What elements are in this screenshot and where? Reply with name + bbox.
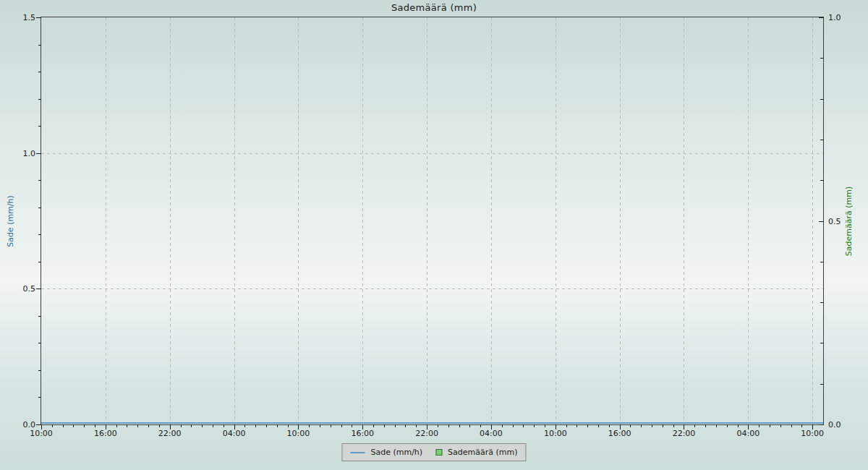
gridline-vertical: [748, 17, 749, 424]
line-swatch-icon: [350, 452, 365, 453]
x-minor-tick: [224, 424, 224, 427]
y-right-minor-tick: [820, 99, 823, 100]
x-minor-tick: [652, 424, 652, 427]
x-minor-tick: [181, 424, 182, 427]
y-left-minor-tick: [38, 262, 41, 262]
x-minor-tick: [770, 424, 770, 427]
y-right-major-tick: [819, 17, 823, 18]
x-minor-tick: [759, 424, 760, 427]
y-left-minor-tick: [38, 72, 41, 72]
x-minor-tick: [716, 424, 717, 427]
y-left-minor-tick: [38, 397, 41, 398]
square-swatch-icon: [435, 449, 442, 456]
y-left-minor-tick: [38, 180, 41, 181]
x-minor-tick: [663, 424, 663, 427]
y-right-minor-tick: [820, 180, 823, 181]
y-left-tick-label: 0.0: [8, 420, 35, 430]
x-minor-tick: [448, 424, 449, 427]
x-minor-tick: [673, 424, 674, 427]
x-tick-label: 16:00: [608, 429, 631, 438]
gridline-vertical: [298, 17, 299, 424]
x-tick-label: 10:00: [801, 429, 824, 438]
y-right-minor-tick: [820, 343, 823, 343]
x-minor-tick: [73, 424, 74, 427]
legend-label-sademaara: Sademäärä (mm): [448, 448, 517, 457]
x-tick-label: 16:00: [94, 429, 117, 438]
x-minor-tick: [587, 424, 588, 427]
legend-entry-sademaara: Sademäärä (mm): [435, 448, 517, 457]
y-left-minor-tick: [38, 316, 41, 317]
y-left-minor-tick: [38, 126, 41, 127]
x-minor-tick: [630, 424, 631, 427]
x-minor-tick: [780, 424, 781, 427]
y-left-major-tick: [36, 153, 41, 154]
x-minor-tick: [331, 424, 331, 427]
gridline-horizontal: [41, 289, 823, 289]
x-minor-tick: [309, 424, 310, 427]
x-minor-tick: [502, 424, 503, 427]
x-minor-tick: [148, 424, 149, 427]
y-right-minor-tick: [820, 302, 823, 303]
y-left-major-tick: [36, 424, 41, 425]
x-tick-label: 22:00: [415, 429, 438, 438]
gridline-vertical: [684, 17, 684, 424]
x-minor-tick: [801, 424, 802, 427]
y-right-tick-label: 0.0: [828, 420, 841, 430]
gridline-vertical: [362, 17, 363, 424]
x-minor-tick: [52, 424, 53, 427]
x-minor-tick: [438, 424, 438, 427]
gridline-vertical: [427, 17, 427, 424]
y-right-minor-tick: [820, 58, 823, 59]
plot-area: 10:0016:0022:0004:0010:0016:0022:0004:00…: [41, 17, 824, 425]
y-left-tick-label: 1.0: [8, 148, 35, 158]
y-right-tick-label: 1.0: [828, 13, 841, 22]
y-left-minor-tick: [38, 343, 41, 343]
x-minor-tick: [469, 424, 470, 427]
x-minor-tick: [277, 424, 278, 427]
chart-figure: Sademäärä (mm) 10:0016:0022:0004:0010:00…: [0, 0, 868, 470]
x-minor-tick: [566, 424, 567, 427]
x-minor-tick: [641, 424, 642, 427]
x-minor-tick: [116, 424, 117, 427]
series-line-sade: [41, 422, 823, 424]
y-axis-title-right: Sademäärä (mm): [844, 187, 854, 256]
y-left-minor-tick: [38, 99, 41, 100]
x-minor-tick: [95, 424, 95, 427]
x-minor-tick: [213, 424, 213, 427]
y-left-minor-tick: [38, 45, 41, 46]
x-minor-tick: [576, 424, 577, 427]
y-axis-title-left: Sade (mm/h): [6, 195, 15, 247]
x-tick-label: 04:00: [480, 429, 503, 438]
gridline-vertical: [491, 17, 492, 424]
x-minor-tick: [694, 424, 695, 427]
x-minor-tick: [545, 424, 545, 427]
x-minor-tick: [137, 424, 138, 427]
x-minor-tick: [738, 424, 739, 427]
x-minor-tick: [159, 424, 160, 427]
x-minor-tick: [395, 424, 396, 427]
x-minor-tick: [320, 424, 320, 427]
legend-label-sade: Sade (mm/h): [370, 448, 422, 457]
gridline-vertical: [106, 17, 106, 424]
x-minor-tick: [459, 424, 460, 427]
x-tick-label: 10:00: [287, 429, 310, 438]
x-minor-tick: [244, 424, 245, 427]
x-minor-tick: [480, 424, 481, 427]
gridline-vertical: [812, 17, 813, 424]
x-minor-tick: [384, 424, 385, 427]
gridline-vertical: [234, 17, 235, 424]
x-minor-tick: [513, 424, 514, 427]
x-minor-tick: [63, 424, 64, 427]
x-minor-tick: [534, 424, 535, 427]
y-left-tick-label: 1.5: [8, 13, 35, 22]
y-right-minor-tick: [820, 140, 823, 140]
x-minor-tick: [255, 424, 256, 427]
y-right-minor-tick: [820, 262, 823, 262]
x-minor-tick: [416, 424, 417, 427]
y-right-tick-label: 0.5: [828, 216, 841, 226]
x-tick-label: 04:00: [223, 429, 246, 438]
x-tick-label: 16:00: [351, 429, 374, 438]
x-tick-label: 10:00: [544, 429, 567, 438]
x-minor-tick: [405, 424, 406, 427]
x-minor-tick: [523, 424, 524, 427]
